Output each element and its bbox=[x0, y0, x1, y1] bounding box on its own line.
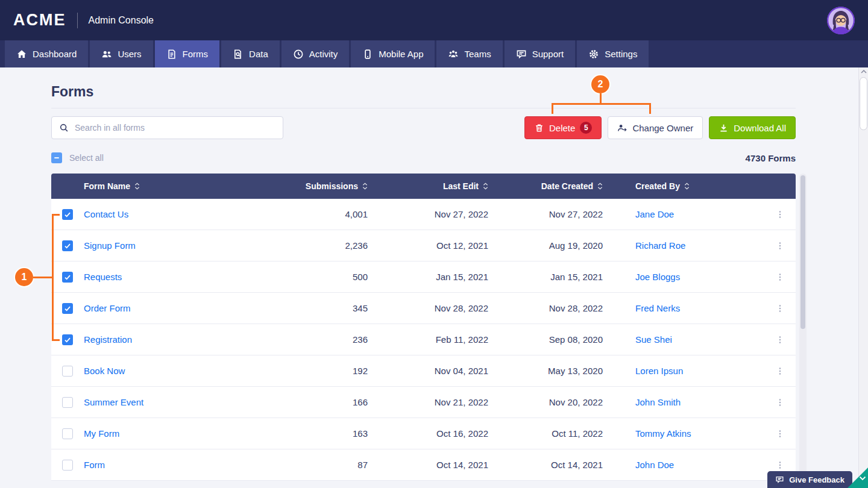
created-by-link[interactable]: John Doe bbox=[635, 460, 674, 470]
submissions-value: 4,001 bbox=[288, 209, 385, 219]
form-name-link[interactable]: My Form bbox=[84, 428, 119, 439]
brand-logo: ACME bbox=[13, 11, 66, 30]
last-edit-value: Jan 15, 2021 bbox=[385, 272, 505, 282]
row-menu-kebab-icon[interactable] bbox=[773, 333, 787, 347]
page-scrollbar-thumb[interactable] bbox=[860, 77, 867, 130]
feedback-corner-tab[interactable] bbox=[848, 468, 868, 488]
submissions-value: 163 bbox=[288, 428, 385, 439]
date-created-value: Oct 14, 2021 bbox=[505, 460, 620, 470]
row-checkbox[interactable] bbox=[62, 460, 73, 471]
form-name-link[interactable]: Contact Us bbox=[84, 209, 128, 219]
row-menu-kebab-icon[interactable] bbox=[773, 395, 787, 410]
created-by-link[interactable]: Loren Ipsun bbox=[635, 366, 683, 376]
bulk-actions: Delete 5 Change Owner Download All bbox=[524, 116, 796, 139]
created-by-link[interactable]: John Smith bbox=[635, 397, 681, 407]
row-menu-kebab-icon[interactable] bbox=[773, 301, 787, 316]
nav-tab-label: Users bbox=[118, 49, 141, 59]
row-menu-kebab-icon[interactable] bbox=[773, 239, 787, 253]
table-row: Registration 236 Feb 11, 2022 Sep 08, 20… bbox=[51, 324, 796, 355]
last-edit-value: Oct 16, 2022 bbox=[385, 428, 505, 439]
user-avatar[interactable] bbox=[827, 7, 855, 34]
column-header-last-edit[interactable]: Last Edit bbox=[385, 181, 505, 191]
column-header-form-name[interactable]: Form Name bbox=[84, 181, 288, 191]
sort-icon bbox=[362, 183, 368, 190]
created-by-link[interactable]: Tommy Atkins bbox=[635, 428, 691, 439]
nav-tab-icon bbox=[516, 49, 527, 60]
row-checkbox[interactable] bbox=[62, 334, 73, 345]
table-scrollbar-thumb[interactable] bbox=[800, 175, 805, 329]
form-name-link[interactable]: Requests bbox=[84, 272, 122, 282]
row-checkbox[interactable] bbox=[62, 209, 73, 220]
delete-button-label: Delete bbox=[549, 123, 575, 133]
created-by-link[interactable]: Jane Doe bbox=[635, 209, 674, 219]
search-box[interactable] bbox=[51, 116, 283, 139]
nav-tab-icon bbox=[293, 49, 304, 60]
delete-button[interactable]: Delete 5 bbox=[524, 116, 602, 139]
search-input[interactable] bbox=[75, 123, 275, 133]
page-scrollbar[interactable] bbox=[858, 67, 868, 488]
give-feedback-button[interactable]: Give Feedback bbox=[767, 471, 852, 488]
change-owner-icon bbox=[617, 123, 627, 133]
row-checkbox[interactable] bbox=[62, 303, 73, 314]
form-name-link[interactable]: Signup Form bbox=[84, 240, 136, 251]
last-edit-value: Nov 27, 2022 bbox=[385, 209, 505, 219]
main-content: Forms Delete 5 Change Owner Download All… bbox=[51, 83, 796, 481]
nav-tab-teams[interactable]: Teams bbox=[436, 40, 502, 67]
nav-tab-mobile-app[interactable]: Mobile App bbox=[351, 40, 435, 67]
nav-tab-activity[interactable]: Activity bbox=[281, 40, 350, 67]
column-header-submissions[interactable]: Submissions bbox=[288, 181, 385, 191]
column-label: Date Created bbox=[541, 181, 593, 191]
column-header-date-created[interactable]: Date Created bbox=[505, 181, 620, 191]
row-menu-kebab-icon[interactable] bbox=[773, 364, 787, 378]
table-row: Signup Form 2,236 Oct 12, 2021 Aug 19, 2… bbox=[51, 230, 796, 261]
toolbar: Delete 5 Change Owner Download All bbox=[51, 116, 796, 139]
change-owner-button[interactable]: Change Owner bbox=[608, 116, 703, 139]
nav-tab-icon bbox=[588, 49, 599, 60]
page-title: Forms bbox=[51, 83, 796, 100]
nav-tab-data[interactable]: Data bbox=[221, 40, 280, 67]
nav-tab-users[interactable]: Users bbox=[90, 40, 153, 67]
row-checkbox[interactable] bbox=[62, 240, 73, 251]
table-row: Order Form 345 Nov 28, 2022 Nov 28, 2022… bbox=[51, 293, 796, 324]
row-checkbox[interactable] bbox=[62, 397, 73, 408]
column-label: Form Name bbox=[84, 181, 130, 191]
created-by-link[interactable]: Richard Roe bbox=[635, 240, 685, 251]
form-name-link[interactable]: Order Form bbox=[84, 303, 131, 313]
download-all-button[interactable]: Download All bbox=[709, 116, 796, 139]
row-checkbox[interactable] bbox=[62, 428, 73, 439]
feedback-chat-icon bbox=[775, 475, 784, 484]
sort-icon bbox=[684, 183, 690, 190]
nav-tab-support[interactable]: Support bbox=[505, 40, 576, 67]
table-scrollbar[interactable] bbox=[799, 174, 807, 488]
nav-tab-icon bbox=[16, 49, 27, 60]
app-subtitle: Admin Console bbox=[89, 15, 154, 26]
nav-tab-forms[interactable]: Forms bbox=[155, 40, 220, 67]
row-menu-kebab-icon[interactable] bbox=[773, 458, 787, 472]
created-by-link[interactable]: Joe Bloggs bbox=[635, 272, 680, 282]
form-name-link[interactable]: Registration bbox=[84, 334, 132, 345]
select-all-label: Select all bbox=[69, 153, 104, 163]
table-row: Form 87 Oct 14, 2021 Oct 14, 2021 John D… bbox=[51, 449, 796, 481]
submissions-value: 2,236 bbox=[288, 240, 385, 251]
row-menu-kebab-icon[interactable] bbox=[773, 270, 787, 284]
table-row: Contact Us 4,001 Nov 27, 2022 Nov 27, 20… bbox=[51, 199, 796, 230]
form-name-link[interactable]: Book Now bbox=[84, 366, 125, 376]
submissions-value: 192 bbox=[288, 366, 385, 376]
nav-tab-dashboard[interactable]: Dashboard bbox=[5, 40, 88, 67]
row-checkbox[interactable] bbox=[62, 272, 73, 283]
table-header: Form Name Submissions Last Edit Date Cre… bbox=[51, 174, 796, 199]
created-by-link[interactable]: Fred Nerks bbox=[635, 303, 680, 313]
form-name-link[interactable]: Form bbox=[84, 460, 105, 470]
row-menu-kebab-icon[interactable] bbox=[773, 427, 787, 441]
header-divider bbox=[77, 13, 78, 28]
scroll-up-arrow-icon[interactable] bbox=[861, 70, 867, 74]
title-divider bbox=[51, 108, 796, 108]
row-menu-kebab-icon[interactable] bbox=[773, 207, 787, 222]
submissions-value: 166 bbox=[288, 397, 385, 407]
column-header-created-by[interactable]: Created By bbox=[620, 181, 764, 191]
nav-tab-settings[interactable]: Settings bbox=[577, 40, 649, 67]
created-by-link[interactable]: Sue Shei bbox=[635, 334, 672, 345]
select-all-checkbox[interactable] bbox=[51, 152, 62, 163]
row-checkbox[interactable] bbox=[62, 366, 73, 377]
form-name-link[interactable]: Summer Event bbox=[84, 397, 143, 407]
